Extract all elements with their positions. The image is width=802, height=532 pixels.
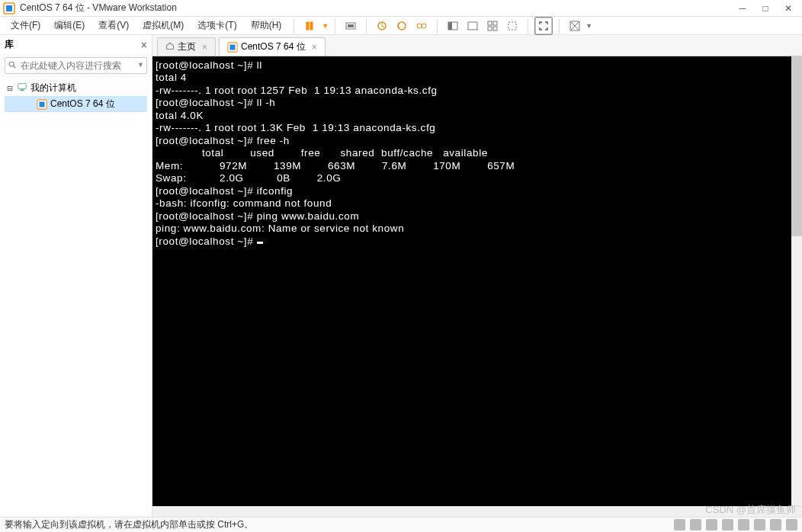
stretch-dropdown[interactable]: ▼ [585,22,592,30]
view-unity-button[interactable] [503,17,521,35]
svg-rect-13 [488,21,492,25]
vm-icon [227,42,238,53]
maximize-button[interactable]: □ [761,4,770,13]
svg-point-9 [422,24,426,28]
device-hdd-icon[interactable] [674,519,685,530]
svg-point-8 [417,24,422,28]
tree-root-my-computer[interactable]: ⊟ 我的计算机 [5,80,147,96]
tree-vm-label: CentOS 7 64 位 [50,98,115,111]
view-console-button[interactable] [464,17,482,35]
minimize-button[interactable]: ─ [738,4,747,13]
svg-rect-26 [230,44,236,50]
menu-bar: 文件(F) 编辑(E) 查看(V) 虚拟机(M) 选项卡(T) 帮助(H) ▼ … [0,17,802,35]
svg-rect-1 [6,5,12,11]
horizontal-scrollbar[interactable] [152,506,802,517]
computer-icon [17,82,27,95]
snapshot-take-button[interactable] [373,17,391,35]
menu-view[interactable]: 查看(V) [92,18,135,34]
device-cd-icon[interactable] [690,519,701,530]
device-net-icon[interactable] [706,519,717,530]
tab-home[interactable]: 主页 × [157,37,216,56]
pause-button[interactable] [300,17,319,35]
tab-home-label: 主页 [178,40,196,53]
tree-vm-centos[interactable]: CentOS 7 64 位 [5,96,147,112]
send-ctrl-alt-del-button[interactable] [342,17,360,35]
tab-vm[interactable]: CentOS 7 64 位 × [219,37,326,56]
library-close-button[interactable]: × [141,39,147,51]
window-title: CentOS 7 64 位 - VMware Workstation [20,2,738,14]
separator [366,18,367,34]
svg-rect-15 [488,27,492,30]
vertical-scrollbar[interactable] [791,56,802,506]
menu-help[interactable]: 帮助(H) [245,18,288,34]
status-bar: 要将输入定向到该虚拟机，请在虚拟机内部单击或按 Ctrl+G。 [0,517,802,532]
window-titlebar: CentOS 7 64 位 - VMware Workstation ─ □ ✕ [0,0,802,17]
menu-file[interactable]: 文件(F) [5,18,47,34]
stretch-button[interactable] [566,17,584,35]
menu-edit[interactable]: 编辑(E) [48,18,91,34]
svg-rect-22 [20,90,24,91]
library-search-input[interactable] [5,57,147,74]
content-area: 主页 × CentOS 7 64 位 × [root@localhost ~]#… [152,35,802,517]
separator [559,18,560,34]
tab-vm-label: CentOS 7 64 位 [241,40,306,53]
snapshot-manager-button[interactable] [412,17,431,35]
snapshot-revert-button[interactable] [393,17,411,35]
menu-vm[interactable]: 虚拟机(M) [136,18,190,34]
menu-tabs[interactable]: 选项卡(T) [191,18,242,34]
tab-row: 主页 × CentOS 7 64 位 × [152,35,802,56]
svg-rect-24 [40,101,45,107]
status-hint: 要将输入定向到该虚拟机，请在虚拟机内部单击或按 Ctrl+G。 [5,518,253,531]
tab-home-close[interactable]: × [202,42,207,53]
vmware-icon [3,2,15,14]
separator [437,18,438,34]
device-sound-icon[interactable] [738,519,749,530]
library-sidebar: 库 × ▼ ⊟ 我的计算机 CentOS 7 64 位 [0,35,152,517]
view-thumbnails-button[interactable] [483,17,502,35]
svg-rect-12 [468,22,477,30]
device-message-icon[interactable] [786,519,797,530]
svg-rect-14 [493,21,497,25]
library-title: 库 [5,38,14,51]
search-dropdown[interactable]: ▼ [137,61,144,69]
svg-rect-11 [448,22,452,30]
separator [528,18,528,34]
svg-rect-5 [348,24,354,27]
fullscreen-button[interactable] [534,17,553,35]
home-icon [165,41,175,53]
expand-toggle[interactable]: ⊟ [6,83,14,94]
view-single-button[interactable] [444,17,462,35]
svg-point-19 [9,62,14,66]
svg-rect-21 [18,84,27,89]
status-device-icons [674,519,797,530]
svg-rect-16 [493,27,497,30]
tree-root-label: 我的计算机 [30,82,76,95]
svg-line-20 [14,66,16,69]
device-display-icon[interactable] [770,519,781,530]
separator [335,18,335,34]
power-dropdown[interactable]: ▼ [320,22,329,30]
svg-point-7 [398,22,406,30]
device-printer-icon[interactable] [754,519,765,530]
svg-rect-2 [306,22,309,30]
svg-rect-3 [310,22,313,30]
separator [294,18,294,34]
vm-terminal[interactable]: [root@localhost ~]# lltotal 4-rw-------.… [152,56,802,506]
close-button[interactable]: ✕ [784,4,793,13]
library-tree: ⊟ 我的计算机 CentOS 7 64 位 [0,77,152,517]
device-usb-icon[interactable] [722,519,733,530]
svg-rect-17 [508,22,516,30]
vm-icon [37,99,47,110]
tab-vm-close[interactable]: × [312,42,317,53]
search-icon [8,60,17,72]
